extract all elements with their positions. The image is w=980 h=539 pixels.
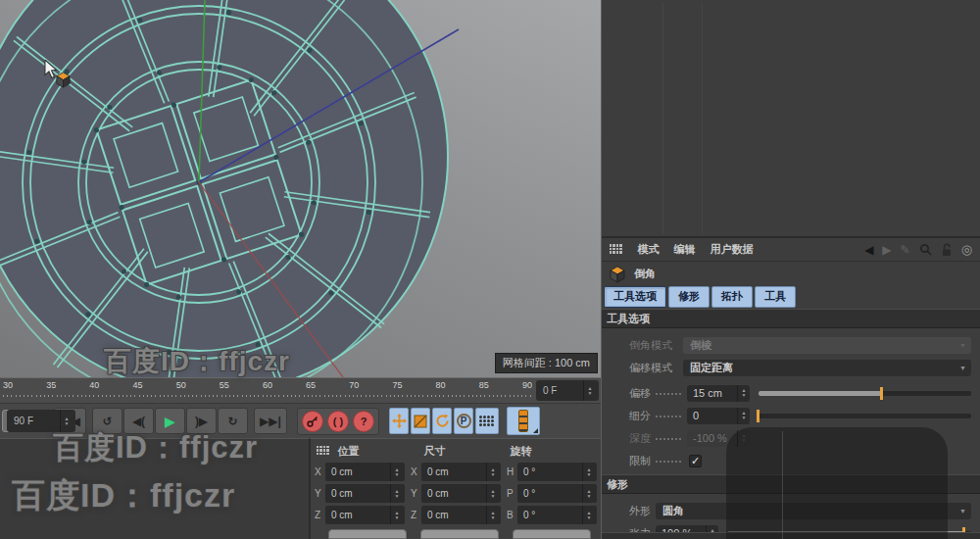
tick-label: 70	[349, 380, 359, 390]
keying-help-button[interactable]: ?	[353, 411, 374, 432]
stepper-icon[interactable]	[390, 506, 403, 524]
rotation-p-field[interactable]: 0 °	[517, 484, 597, 503]
field-value: 0 cm	[331, 488, 353, 499]
record-keyframe-button[interactable]	[302, 411, 323, 432]
parameter-p-icon: P	[457, 414, 471, 428]
axis-label: B	[507, 510, 517, 520]
loop-icon: ↻	[227, 415, 237, 428]
offset-mode-dropdown[interactable]: 固定距离 ▼	[683, 360, 971, 376]
menu-edit[interactable]: 编辑	[674, 242, 696, 257]
size-z-field[interactable]: 0 cm	[421, 506, 501, 524]
rotation-h-field[interactable]: 0 °	[517, 463, 597, 481]
tab-shaping[interactable]: 修形	[668, 286, 710, 308]
object-manager-empty-area[interactable]	[602, 0, 980, 238]
size-y-field[interactable]: 0 cm	[421, 484, 501, 503]
record-button-group: ( ) ?	[297, 408, 379, 435]
limit-checkbox[interactable]: ✓	[689, 455, 702, 467]
shape-dropdown[interactable]: 圆角 ▼	[656, 503, 971, 519]
rotation-b-field[interactable]: 0 °	[517, 506, 597, 524]
tab-topology[interactable]: 拓扑	[711, 286, 753, 308]
section-shaping[interactable]: 修形	[602, 474, 980, 494]
go-to-end-icon: ▶▶|	[260, 415, 281, 428]
stepper-icon[interactable]	[737, 385, 750, 402]
record-scale-button[interactable]	[411, 408, 430, 434]
stepper-icon[interactable]	[486, 506, 499, 524]
stepper-icon[interactable]	[390, 463, 403, 481]
rotate-icon	[435, 414, 450, 428]
size-x-field[interactable]: 0 cm	[421, 463, 501, 481]
record-position-button[interactable]	[389, 408, 409, 434]
stepper-icon[interactable]	[582, 463, 595, 481]
autokey-button[interactable]: ( )	[327, 411, 349, 432]
viewport-3d[interactable]: 网格间距 : 100 cm	[0, 0, 601, 377]
stepper-icon[interactable]	[390, 484, 403, 503]
watermark: 百度ID：ffjczr	[104, 343, 290, 380]
stepper-icon[interactable]	[486, 463, 499, 481]
attribute-manager: 模式 编辑 用户数据 ◀ ▶ ✎ ◎	[601, 0, 980, 539]
subdivision-slider[interactable]	[759, 414, 971, 418]
point-level-animation-icon	[479, 416, 495, 427]
stepper-icon[interactable]	[583, 380, 596, 401]
current-frame-field[interactable]: 0 F	[536, 380, 599, 401]
tool-name: 倒角	[634, 267, 656, 281]
parentheses-icon: ( )	[333, 416, 343, 427]
field-value: 0 °	[523, 510, 535, 520]
go-to-end-button[interactable]: ▶▶|	[254, 408, 287, 434]
field-value: 0 °	[523, 466, 535, 477]
record-rotation-button[interactable]	[432, 408, 452, 434]
chevron-down-icon: ▼	[959, 508, 966, 514]
chevron-down-icon: ▼	[959, 342, 966, 349]
axis-label: Y	[411, 488, 421, 499]
subdivision-field[interactable]: 0	[687, 408, 750, 424]
record-pla-button[interactable]	[475, 408, 499, 434]
stepper-icon[interactable]	[582, 506, 595, 524]
menu-mode[interactable]: 模式	[638, 242, 660, 257]
pen-icon[interactable]: ✎	[901, 243, 910, 257]
section-tool-options[interactable]: 工具选项	[602, 309, 980, 328]
record-parameter-button[interactable]: P	[454, 408, 473, 434]
tick-label: 65	[306, 380, 316, 390]
position-x-field[interactable]: 0 cm	[325, 463, 405, 481]
dropdown-value: 圆角	[662, 504, 684, 518]
coordinates-mode-buttons[interactable]	[328, 529, 597, 539]
stepper-icon[interactable]	[486, 484, 499, 503]
stepper-icon[interactable]	[582, 484, 595, 503]
target-icon[interactable]: ◎	[961, 242, 972, 257]
column-divider	[702, 2, 703, 234]
offset-field[interactable]: 15 cm	[687, 385, 750, 402]
dotted-leader	[656, 431, 681, 440]
history-back-icon[interactable]: ◀	[864, 243, 873, 257]
stepper-icon[interactable]	[737, 408, 750, 424]
coordinates-header: 位置 尺寸 旋转	[315, 442, 597, 460]
menu-user-data[interactable]: 用户数据	[710, 242, 754, 257]
tab-tool-options[interactable]: 工具选项	[604, 286, 666, 308]
field-value: 0 °	[523, 488, 535, 499]
question-icon: ?	[361, 416, 368, 427]
position-header: 位置	[338, 444, 424, 459]
previous-key-icon: ◀(	[132, 415, 145, 428]
field-value: 0 cm	[331, 466, 353, 477]
history-forward-icon[interactable]: ▶	[882, 243, 891, 257]
axis-label: Z	[411, 510, 421, 520]
position-y-field[interactable]: 0 cm	[325, 484, 405, 503]
slider-handle[interactable]	[757, 410, 760, 422]
cinema4d-window: 网格间距 : 100 cm 30 35 40 45 50 55 60 65 70…	[0, 0, 980, 539]
dotted-leader	[656, 386, 681, 395]
timeline-ruler[interactable]: 30 35 40 45 50 55 60 65 70 75 80 85 90 0…	[0, 377, 601, 403]
slider-handle[interactable]	[880, 387, 883, 400]
field-label: 深度	[629, 431, 656, 446]
panel-menu-icon[interactable]	[610, 244, 623, 254]
current-frame-value: 0 F	[543, 385, 557, 396]
ruler-ticks: 30 35 40 45 50 55 60 65 70 75 80 85 90	[3, 380, 532, 390]
dotted-leader	[656, 409, 681, 417]
keyframe-selection-button[interactable]	[507, 407, 540, 435]
field-value: -100 %	[693, 432, 727, 444]
lock-icon[interactable]	[941, 243, 953, 257]
search-icon[interactable]	[919, 243, 932, 256]
offset-slider[interactable]	[759, 391, 971, 396]
position-z-field[interactable]: 0 cm	[325, 506, 405, 524]
limit-row: 限制 ✓	[602, 451, 980, 470]
tick-label: 50	[176, 380, 186, 390]
tab-tool[interactable]: 工具	[755, 286, 796, 308]
watermark: 百度ID：ffjczr	[53, 427, 258, 468]
